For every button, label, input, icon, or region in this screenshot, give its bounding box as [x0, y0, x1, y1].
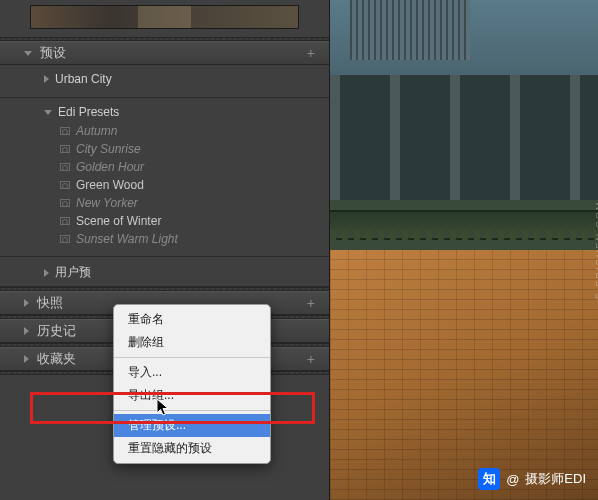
- preset-icon: [60, 199, 70, 207]
- menu-reset-hidden[interactable]: 重置隐藏的预设: [114, 437, 270, 460]
- menu-rename[interactable]: 重命名: [114, 308, 270, 331]
- chevron-down-icon: [24, 51, 32, 56]
- menu-divider: [114, 357, 270, 358]
- chevron-right-icon: [24, 299, 29, 307]
- preset-icon: [60, 127, 70, 135]
- menu-import[interactable]: 导入...: [114, 361, 270, 384]
- preset-label: Scene of Winter: [76, 214, 161, 228]
- menu-manage-presets[interactable]: 管理预设...: [114, 414, 270, 437]
- add-collection-button[interactable]: +: [307, 351, 315, 367]
- preset-item[interactable]: Scene of Winter: [44, 212, 329, 230]
- attribution-prefix: @: [506, 472, 519, 487]
- add-preset-button[interactable]: +: [307, 45, 315, 61]
- preview-thumbnail[interactable]: [30, 5, 299, 29]
- context-menu: 重命名 删除组 导入... 导出组... 管理预设... 重置隐藏的预设: [113, 304, 271, 464]
- preset-item[interactable]: City Sunrise: [44, 140, 329, 158]
- add-snapshot-button[interactable]: +: [307, 295, 315, 311]
- preset-label: Green Wood: [76, 178, 144, 192]
- watermark: © EDICHEN.COM: [594, 200, 598, 299]
- preset-icon: [60, 235, 70, 243]
- preset-label: City Sunrise: [76, 142, 141, 156]
- preset-label: New Yorker: [76, 196, 138, 210]
- preset-group-urban[interactable]: Urban City: [0, 65, 329, 98]
- section-label: 收藏夹: [37, 350, 76, 368]
- chevron-right-icon: [44, 75, 49, 83]
- menu-divider: [114, 410, 270, 411]
- menu-delete-group[interactable]: 删除组: [114, 331, 270, 354]
- section-label: 快照: [37, 294, 63, 312]
- preset-item[interactable]: Sunset Warm Light: [44, 230, 329, 248]
- chevron-right-icon: [24, 327, 29, 335]
- group-label: 用户预: [55, 264, 91, 281]
- preset-icon: [60, 163, 70, 171]
- photo-content: [330, 0, 598, 500]
- preset-icon: [60, 181, 70, 189]
- preset-label: Autumn: [76, 124, 117, 138]
- chevron-down-icon: [44, 110, 52, 115]
- group-label: Edi Presets: [58, 105, 119, 119]
- preset-icon: [60, 217, 70, 225]
- preset-label: Golden Hour: [76, 160, 144, 174]
- preset-icon: [60, 145, 70, 153]
- chevron-right-icon: [44, 269, 49, 277]
- menu-export-group[interactable]: 导出组...: [114, 384, 270, 407]
- zhihu-logo-icon: 知: [478, 468, 500, 490]
- section-label: 历史记: [37, 322, 76, 340]
- preset-group-user[interactable]: 用户预: [0, 257, 329, 287]
- section-label: 预设: [40, 44, 66, 62]
- preset-group-edi[interactable]: Edi Presets AutumnCity SunriseGolden Hou…: [0, 98, 329, 257]
- zhihu-attribution: 知 @ 摄影师EDI: [478, 468, 586, 490]
- preset-list: AutumnCity SunriseGolden HourGreen WoodN…: [44, 122, 329, 248]
- preset-item[interactable]: Green Wood: [44, 176, 329, 194]
- preset-item[interactable]: Golden Hour: [44, 158, 329, 176]
- attribution-name: 摄影师EDI: [525, 470, 586, 488]
- main-photo-preview[interactable]: © EDICHEN.COM: [330, 0, 598, 500]
- preset-label: Sunset Warm Light: [76, 232, 178, 246]
- chevron-right-icon: [24, 355, 29, 363]
- preset-item[interactable]: Autumn: [44, 122, 329, 140]
- preset-item[interactable]: New Yorker: [44, 194, 329, 212]
- section-presets[interactable]: 预设 +: [0, 41, 329, 65]
- group-label: Urban City: [55, 72, 112, 86]
